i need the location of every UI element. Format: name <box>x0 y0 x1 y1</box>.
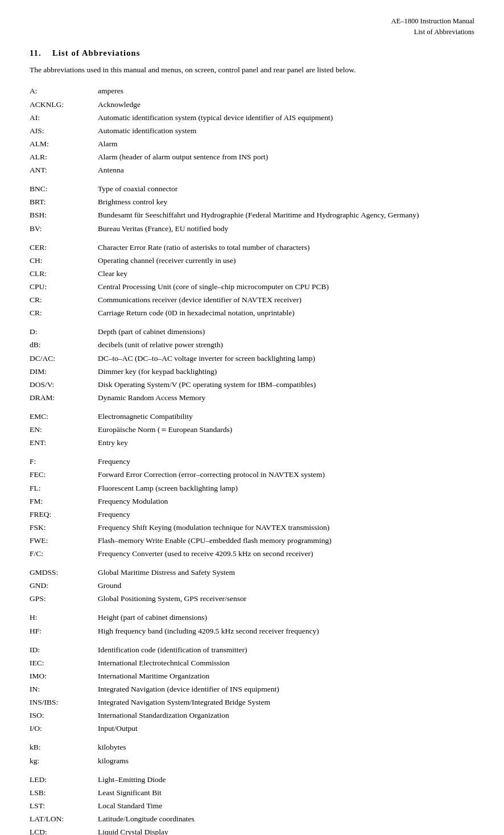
table-row: LAT/LON:Latitude/Longitude coordinates <box>30 813 474 826</box>
table-row: CR:Communications receiver (device ident… <box>30 294 474 307</box>
abbr-term: BV: <box>30 222 98 235</box>
abbr-term: D: <box>30 326 98 339</box>
abbr-term: BSH: <box>30 209 98 222</box>
abbr-term: EMC: <box>30 410 98 423</box>
abbr-definition: Communications receiver (device identifi… <box>98 294 474 307</box>
abbr-term: I/O: <box>30 722 98 735</box>
abbr-term: F/C: <box>30 548 98 561</box>
table-row: IMO:International Maritime Organization <box>30 670 474 683</box>
abbr-term: DOS/V: <box>30 379 98 392</box>
abbr-term: dB: <box>30 339 98 352</box>
abbr-definition: Brightness control key <box>98 196 474 209</box>
abbr-term: CR: <box>30 307 98 320</box>
abbr-definition: Latitude/Longitude coordinates <box>98 813 474 826</box>
abbr-term: CER: <box>30 241 98 254</box>
table-row: IN:Integrated Navigation (device identif… <box>30 683 474 696</box>
section-title: 11. List of Abbreviations <box>30 48 474 58</box>
table-row: ALR:Alarm (header of alarm output senten… <box>30 151 474 164</box>
abbr-definition: Acknowledge <box>98 98 474 111</box>
abbr-definition: Integrated Navigation (device identifier… <box>98 683 474 696</box>
table-row: A:amperes <box>30 85 474 98</box>
abbr-term: IEC: <box>30 657 98 670</box>
abbr-term: GND: <box>30 579 98 593</box>
abbr-definition: Frequency <box>98 455 474 468</box>
abbr-definition: Europäische Norm (＝European Standards) <box>98 423 474 437</box>
abbr-term: IMO: <box>30 670 98 683</box>
abbr-definition: Electromagnetic Compatibility <box>98 410 474 423</box>
abbr-term: CPU: <box>30 281 98 294</box>
table-row: dB:decibels (unit of relative power stre… <box>30 339 474 352</box>
abbr-term: FWE: <box>30 534 98 548</box>
abbr-definition: decibels (unit of relative power strengt… <box>98 339 474 352</box>
abbr-term: LST: <box>30 800 98 813</box>
abbr-definition: Identification code (identification of t… <box>98 644 474 657</box>
table-row: BRT:Brightness control key <box>30 196 474 209</box>
table-row: ISO:International Standardization Organi… <box>30 709 474 722</box>
abbr-definition: Input/Output <box>98 722 474 735</box>
abbr-definition: amperes <box>98 85 474 98</box>
abbr-term: BNC: <box>30 183 98 196</box>
abbr-definition: kilograms <box>98 754 474 767</box>
abbr-term: INS/IBS: <box>30 696 98 709</box>
header-line2: List of Abbreviations <box>414 28 474 36</box>
abbr-definition: kilobytes <box>98 741 474 754</box>
table-row: GND:Ground <box>30 579 474 593</box>
abbr-term: HF: <box>30 625 98 638</box>
abbr-definition: Liquid Crystal Display <box>98 826 474 835</box>
abbr-term: LSB: <box>30 787 98 800</box>
table-row: CPU:Central Processing Unit (core of sin… <box>30 281 474 294</box>
abbr-definition: Least Significant Bit <box>98 787 474 800</box>
abbr-definition: Forward Error Correction (error–correcti… <box>98 468 474 482</box>
abbr-term: ALM: <box>30 138 98 151</box>
table-row: ID:Identification code (identification o… <box>30 644 474 657</box>
abbr-term: LAT/LON: <box>30 813 98 826</box>
abbr-term: GMDSS: <box>30 566 98 579</box>
abbr-term: FREQ: <box>30 508 98 521</box>
table-row: kB:kilobytes <box>30 741 474 754</box>
abbr-definition: Frequency Converter (used to receive 420… <box>98 548 474 561</box>
abbr-definition: Automatic identification system <box>98 125 474 138</box>
abbr-definition: Carriage Return code (0D in hexadecimal … <box>98 307 474 320</box>
table-row: EN:Europäische Norm (＝European Standards… <box>30 423 474 437</box>
table-row: IEC:International Electrotechnical Commi… <box>30 657 474 670</box>
abbr-term: FL: <box>30 482 98 495</box>
table-row: LST:Local Standard Time <box>30 800 474 813</box>
abbr-term: AI: <box>30 112 98 125</box>
abbr-term: IN: <box>30 683 98 696</box>
abbr-definition: Character Error Rate (ratio of asterisks… <box>98 241 474 254</box>
abbr-term: ACKNLG: <box>30 98 98 111</box>
table-row: GPS:Global Positioning System, GPS recei… <box>30 593 474 606</box>
table-row: BV:Bureau Veritas (France), EU notified … <box>30 222 474 235</box>
abbr-definition: Bundesamt für Seeschiffahrt und Hydrogra… <box>98 209 474 222</box>
abbr-definition: Height (part of cabinet dimensions) <box>98 611 474 624</box>
table-row: INS/IBS:Integrated Navigation System/Int… <box>30 696 474 709</box>
table-row: LCD:Liquid Crystal Display <box>30 826 474 835</box>
abbr-term: ALR: <box>30 151 98 164</box>
abbr-definition: Frequency Modulation <box>98 495 474 508</box>
table-row: DRAM:Dynamic Random Access Memory <box>30 392 474 405</box>
abbr-term: DIM: <box>30 365 98 379</box>
abbr-definition: Dimmer key (for keypad backlighting) <box>98 365 474 379</box>
abbr-definition: Central Processing Unit (core of single–… <box>98 281 474 294</box>
table-row: FREQ:Frequency <box>30 508 474 521</box>
table-row: DC/AC:DC–to–AC (DC–to–AC voltage inverte… <box>30 352 474 365</box>
abbr-term: F: <box>30 455 98 468</box>
abbr-definition: Depth (part of cabinet dimensions) <box>98 326 474 339</box>
abbr-term: A: <box>30 85 98 98</box>
section-number: 11. <box>30 48 42 57</box>
abbr-definition: Frequency <box>98 508 474 521</box>
abbr-term: LCD: <box>30 826 98 835</box>
abbr-term: CR: <box>30 294 98 307</box>
abbr-definition: Clear key <box>98 268 474 281</box>
table-row: HF:High frequency band (including 4209.5… <box>30 625 474 638</box>
abbr-definition: International Electrotechnical Commissio… <box>98 657 474 670</box>
abbr-term: kg: <box>30 754 98 767</box>
table-row: DOS/V:Disk Operating System/V (PC operat… <box>30 379 474 392</box>
table-row: CLR:Clear key <box>30 268 474 281</box>
abbr-term: CH: <box>30 254 98 268</box>
table-row: I/O:Input/Output <box>30 722 474 735</box>
abbr-definition: Automatic identification system (typical… <box>98 112 474 125</box>
abbr-term: ENT: <box>30 437 98 450</box>
abbr-definition: Entry key <box>98 437 474 450</box>
abbr-definition: Local Standard Time <box>98 800 474 813</box>
